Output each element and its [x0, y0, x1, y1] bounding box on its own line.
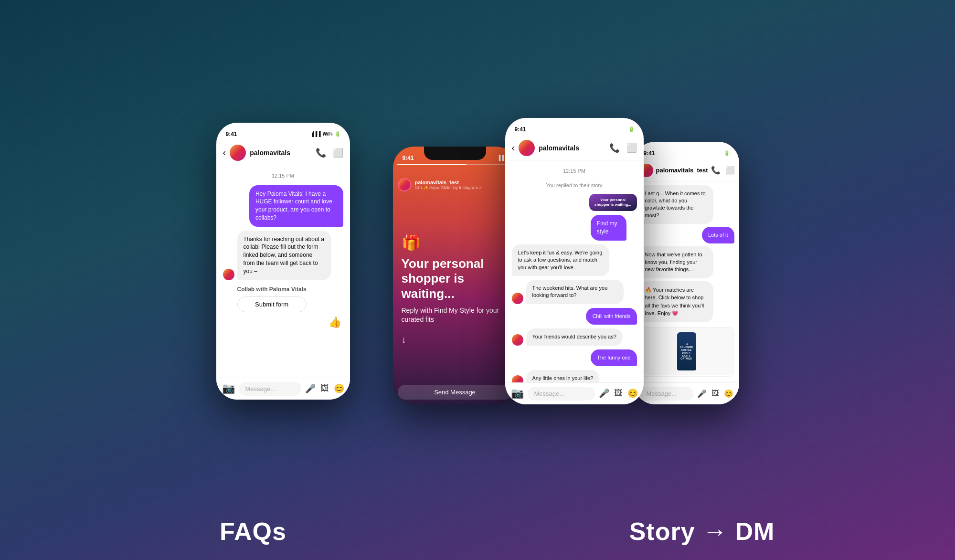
call-icon-1[interactable]: 📞	[316, 148, 326, 158]
phone-faqs: 9:41 ▐▐▐ WiFi 🔋 ‹ palomavitals 📞 ⬜	[216, 123, 350, 400]
dm-username-1: palomavitals	[250, 149, 311, 157]
story-bg: 9:41 ▐▐▐ palomavitals_	[393, 147, 517, 404]
bubble-rec-3-0: Let's keep it fun & easy. We're going to…	[512, 244, 609, 276]
time-3: 9:41	[515, 126, 526, 133]
mic-icon-1[interactable]: 🎤	[305, 383, 316, 394]
replied-story-card: Your personal shopper is waiting...	[589, 194, 637, 211]
product-info: La Colombe - Oatmilk Draft Latte $42 · O…	[639, 375, 734, 377]
quick-reply-group-1: Collab with Paloma Vitals Submit form	[237, 284, 307, 312]
bubble-rec-3-3: Any little ones in your life?	[526, 370, 600, 382]
back-arrow-1[interactable]: ‹	[223, 147, 226, 158]
story-send-btn[interactable]: Send Message	[398, 385, 512, 400]
mic-icon-4[interactable]: 🎤	[697, 389, 707, 398]
dm-header-icons-4: 📞 ⬜	[711, 166, 735, 175]
submit-form-btn[interactable]: Submit form	[237, 296, 307, 312]
input-icons-4: 🎤 🖼 😊	[697, 389, 733, 398]
sticker-icon-3[interactable]: 😊	[627, 388, 638, 399]
video-icon-3[interactable]: ⬜	[626, 143, 637, 153]
input-bar-4: Message... 🎤 🖼 😊	[634, 382, 739, 404]
bubble-row-3-3: Any little ones in your life?	[512, 370, 637, 382]
message-input-4[interactable]: Message...	[640, 387, 693, 401]
story-dm-label: Story → DM	[629, 518, 775, 545]
dm-avatar-3	[519, 140, 535, 156]
bubble-row-3-2: Your friends would describe you as?	[512, 328, 637, 345]
camera-icon-3[interactable]: 📷	[511, 387, 524, 400]
back-arrow-3[interactable]: ‹	[512, 142, 515, 153]
bubble-rec-4-0: Last q – When it comes to color, what do…	[639, 185, 713, 224]
story-card-text: Your personal shopper is waiting...	[593, 198, 633, 208]
sticker-icon-4[interactable]: 😊	[724, 389, 733, 398]
bottom-labels: FAQs Story → DM	[0, 512, 955, 560]
label-faqs: FAQs	[29, 517, 478, 546]
notch-3	[543, 118, 605, 131]
story-arrow: ↓	[402, 334, 509, 345]
bubble-avatar-3-3	[512, 375, 523, 382]
mic-icon-3[interactable]: 🎤	[599, 388, 609, 399]
wifi-icon: WiFi	[322, 131, 332, 137]
time-2: 9:41	[403, 155, 414, 161]
story-time: 14h ✨ Aqua Glitter by Instagram >	[415, 185, 501, 190]
status-icons-3: 🔋	[628, 127, 634, 132]
chat-area-3: 12:15 PM You replied to their story Your…	[505, 160, 644, 382]
story-progress	[397, 164, 513, 165]
image-icon-3[interactable]: 🖼	[614, 388, 623, 399]
time-1: 9:41	[226, 131, 237, 137]
message-input-1[interactable]: Message...	[239, 382, 301, 396]
time-4: 9:41	[644, 150, 655, 157]
label-story-dm: Story → DM	[478, 517, 926, 546]
phone-product: 9:41 🔋 palomavitals_test 📞 ⬜	[634, 142, 739, 404]
story-user-row: palomavitals_test 14h ✨ Aqua Glitter by …	[393, 172, 517, 194]
story-username: palomavitals_test	[415, 180, 501, 185]
dm-username-4: palomavitals_test	[656, 167, 708, 174]
bubble-row-1: Thanks for reaching out about a collab! …	[223, 231, 343, 280]
product-image: LA COLOMBE COFFEE DRAFT LATTE OATMILK	[639, 328, 734, 375]
notch-4	[656, 142, 718, 155]
bubble-avatar-1	[223, 269, 234, 280]
call-4[interactable]: 📞	[711, 166, 721, 175]
replied-label: You replied to their story	[512, 182, 637, 188]
message-input-3[interactable]: Message...	[528, 387, 595, 401]
video-4[interactable]: ⬜	[725, 166, 735, 175]
bubble-rec-3-2: Your friends would describe you as?	[526, 328, 623, 345]
timestamp-3: 12:15 PM	[512, 168, 637, 174]
image-icon-4[interactable]: 🖼	[711, 389, 719, 398]
story-title: Your personal shopper is waiting...	[402, 256, 509, 301]
bubble-sent-3-1: The funny one	[591, 349, 637, 366]
bubble-avatar-3-2	[512, 334, 523, 346]
product-card: LA COLOMBE COFFEE DRAFT LATTE OATMILK La…	[639, 327, 734, 377]
camera-icon-1[interactable]: 📷	[222, 382, 235, 395]
find-style-btn[interactable]: Find my style	[591, 215, 626, 241]
story-aqua: ✨ Aqua Glitter by Instagram >	[423, 185, 482, 190]
dm-header-icons-1: 📞 ⬜	[316, 148, 343, 158]
bubble-avatar-3-1	[512, 293, 523, 304]
product-can: LA COLOMBE COFFEE DRAFT LATTE OATMILK	[677, 332, 696, 370]
dm-header-1: ‹ palomavitals 📞 ⬜	[216, 141, 350, 165]
notch-1	[252, 123, 314, 136]
battery-3: 🔋	[628, 127, 634, 132]
phone-dm: 9:41 🔋 ‹ palomavitals 📞 ⬜	[505, 118, 644, 404]
story-subtitle: Reply with Find My Style for your curate…	[402, 306, 509, 325]
input-icons-3: 🎤 🖼 😊	[599, 388, 638, 399]
gift-icon: 🎁	[402, 233, 509, 252]
story-info: palomavitals_test 14h ✨ Aqua Glitter by …	[415, 180, 501, 190]
main-scene: 9:41 ▐▐▐ WiFi 🔋 ‹ palomavitals 📞 ⬜	[0, 0, 955, 512]
image-icon-1[interactable]: 🖼	[320, 383, 329, 394]
notch-2	[424, 147, 486, 160]
call-icon-3[interactable]: 📞	[609, 143, 620, 153]
bubble-row-3-1: The weekend hits. What are you looking f…	[512, 280, 637, 304]
story-time-val: 14h	[415, 185, 422, 190]
bubble-fire-4: 🔥 Your matches are here. Click below to …	[639, 281, 713, 322]
dm-header-3: ‹ palomavitals 📞 ⬜	[505, 136, 644, 160]
story-content: 🎁 Your personal shopper is waiting... Re…	[393, 194, 517, 385]
story-avatar	[398, 178, 411, 191]
dm-avatar-1	[230, 145, 246, 161]
story-dm-section: 9:41 ▐▐▐ palomavitals_	[383, 118, 739, 404]
sticker-icon-1[interactable]: 😊	[334, 383, 344, 394]
chat-area-4: Last q – When it comes to color, what do…	[634, 181, 739, 382]
phones-group-right: 9:41 ▐▐▐ palomavitals_	[383, 118, 739, 404]
bubble-rec-3-1: The weekend hits. What are you looking f…	[526, 280, 624, 304]
emoji-thumbs-1: 👍	[329, 316, 343, 328]
video-icon-1[interactable]: ⬜	[333, 148, 343, 158]
bubble-received-1: Thanks for reaching out about a collab! …	[237, 231, 331, 280]
phone-story: 9:41 ▐▐▐ palomavitals_	[393, 147, 517, 404]
